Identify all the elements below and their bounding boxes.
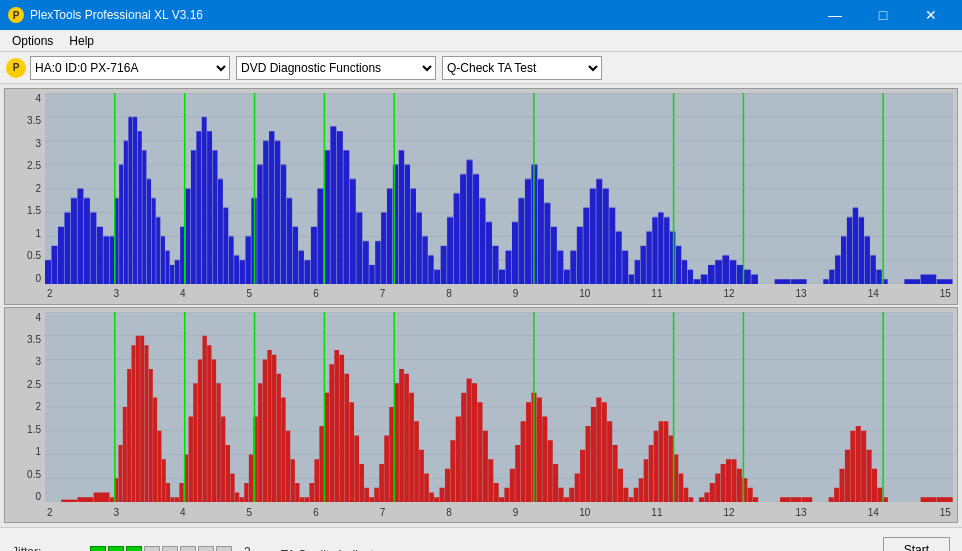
- top-chart-inner: [45, 93, 953, 284]
- menu-bar: Options Help: [0, 30, 962, 52]
- jitter-seg-6: [180, 546, 196, 552]
- toolbar: P HA:0 ID:0 PX-716A DVD Diagnostic Funct…: [0, 52, 962, 84]
- drive-icon: P: [6, 58, 26, 78]
- quality-section: TA Quality Indicator: Not Good: [281, 548, 388, 552]
- jitter-label: Jitter:: [12, 545, 82, 552]
- jitter-value: 2: [244, 545, 251, 552]
- test-select[interactable]: Q-Check TA Test: [442, 56, 602, 80]
- bottom-y-axis: 4 3.5 3 2.5 2 1.5 1 0.5 0: [5, 312, 45, 503]
- function-select[interactable]: DVD Diagnostic Functions: [236, 56, 436, 80]
- menu-help[interactable]: Help: [61, 32, 102, 50]
- jitter-bar: [90, 546, 232, 552]
- bottom-chart-canvas: [45, 312, 953, 503]
- top-y-axis: 4 3.5 3 2.5 2 1.5 1 0.5 0: [5, 93, 45, 284]
- jitter-seg-4: [144, 546, 160, 552]
- app-title: PlexTools Professional XL V3.16: [30, 8, 203, 22]
- title-left: P PlexTools Professional XL V3.16: [8, 7, 203, 23]
- jitter-seg-7: [198, 546, 214, 552]
- drive-select[interactable]: HA:0 ID:0 PX-716A: [30, 56, 230, 80]
- top-x-axis: 2 3 4 5 6 7 8 9 10 11 12 13 14 15: [45, 284, 953, 304]
- bottom-chart: 4 3.5 3 2.5 2 1.5 1 0.5 0 2 3 4 5 6 7 8 …: [4, 307, 958, 524]
- jitter-seg-8: [216, 546, 232, 552]
- app-icon: P: [8, 7, 24, 23]
- top-chart-canvas: [45, 93, 953, 284]
- title-bar: P PlexTools Professional XL V3.16 — □ ✕: [0, 0, 962, 30]
- close-button[interactable]: ✕: [908, 0, 954, 30]
- start-button[interactable]: Start: [883, 537, 950, 552]
- bottom-x-axis: 2 3 4 5 6 7 8 9 10 11 12 13 14 15: [45, 502, 953, 522]
- metrics-section: Jitter: 2 Peak Shift:: [12, 545, 251, 552]
- minimize-button[interactable]: —: [812, 0, 858, 30]
- jitter-seg-5: [162, 546, 178, 552]
- jitter-seg-3: [126, 546, 142, 552]
- jitter-row: Jitter: 2: [12, 545, 251, 552]
- main-area: 4 3.5 3 2.5 2 1.5 1 0.5 0 2 3 4 5 6 7 8 …: [0, 84, 962, 527]
- jitter-seg-1: [90, 546, 106, 552]
- jitter-seg-2: [108, 546, 124, 552]
- bottom-panel: Jitter: 2 Peak Shift:: [0, 527, 962, 551]
- maximize-button[interactable]: □: [860, 0, 906, 30]
- menu-options[interactable]: Options: [4, 32, 61, 50]
- top-chart: 4 3.5 3 2.5 2 1.5 1 0.5 0 2 3 4 5 6 7 8 …: [4, 88, 958, 305]
- bottom-chart-inner: [45, 312, 953, 503]
- quality-indicator-label: TA Quality Indicator:: [281, 548, 388, 552]
- title-controls: — □ ✕: [812, 0, 954, 30]
